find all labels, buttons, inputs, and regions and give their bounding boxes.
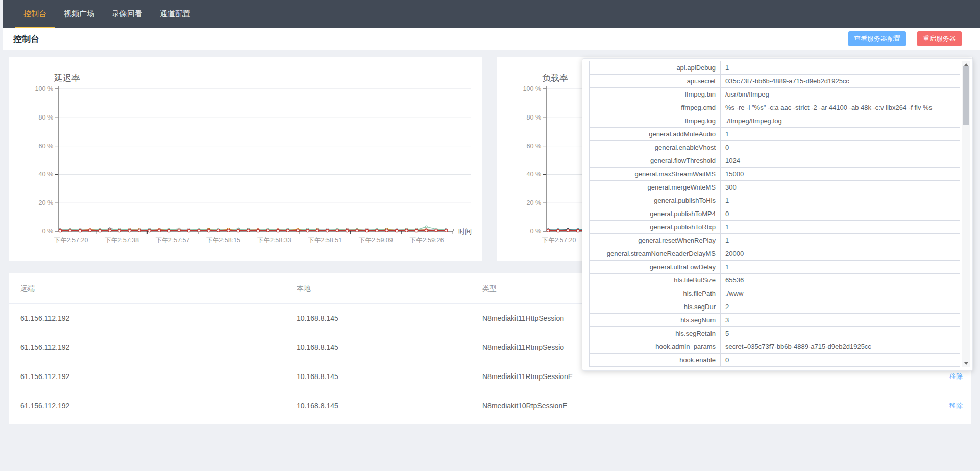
config-value: ./www [721,287,960,300]
config-row: general.addMuteAudio1 [590,128,960,141]
svg-text:60 %: 60 % [39,143,54,150]
config-row: general.streamNoneReaderDelayMS20000 [590,247,960,261]
restart-server-button[interactable]: 重启服务器 [917,31,962,46]
latency-chart: 延迟率100 %80 %60 %40 %20 %0 %下午2:57:20下午2:… [9,57,482,261]
nav-tab-1[interactable]: 控制台 [15,0,55,28]
svg-text:下午2:59:26: 下午2:59:26 [410,237,444,244]
page-title: 控制台 [13,33,39,45]
server-config-list: api.apiDebug1api.secret035c73f7-bb6b-488… [589,61,960,367]
config-value: 0 [721,354,960,366]
svg-text:下午2:57:20: 下午2:57:20 [542,237,576,244]
cell-action: 移除 [890,372,971,381]
config-value: 1 [721,261,960,273]
page-header: 控制台 查看服务器配置 重启服务器 [3,28,980,50]
config-key: hls.segDur [590,300,721,313]
cell-remote: 61.156.112.192 [9,343,297,351]
nav-tab-2[interactable]: 视频广场 [55,0,103,28]
config-key: hook.admin_params [590,340,721,353]
svg-text:20 %: 20 % [39,199,54,206]
nav-tab-4[interactable]: 通道配置 [151,0,199,28]
top-navbar: 控制台视频广场录像回看通道配置 [3,0,980,28]
cell-remote: 61.156.112.192 [9,402,297,410]
config-key: general.resetWhenRePlay [590,234,721,247]
svg-text:0 %: 0 % [530,228,541,235]
config-row: ffmpeg.cmd%s -re -i "%s" -c:a aac -stric… [590,101,960,114]
cell-local: 10.168.8.145 [297,402,482,410]
config-row: hls.segDur2 [590,300,960,314]
cell-action: 移除 [890,401,971,410]
server-config-popover: api.apiDebug1api.secret035c73f7-bb6b-488… [582,58,973,371]
svg-text:0 %: 0 % [42,228,53,235]
cell-local: 10.168.8.145 [297,343,482,351]
config-value [721,367,960,367]
column-header-remote: 远端 [9,284,297,293]
config-key: ffmpeg.cmd [590,101,721,114]
latency-chart-card: 延迟率100 %80 %60 %40 %20 %0 %下午2:57:20下午2:… [9,57,482,261]
config-key: general.addMuteAudio [590,128,721,140]
config-row: general.flowThreshold1024 [590,154,960,168]
config-row: api.secret035c73f7-bb6b-4889-a715-d9eb2d… [590,75,960,88]
config-key: ffmpeg.log [590,114,721,127]
cell-local: 10.168.8.145 [297,314,482,322]
svg-text:下午2:58:33: 下午2:58:33 [257,237,291,244]
config-value: 3 [721,314,960,326]
config-row: general.publishToRtxp1 [590,221,960,234]
svg-text:60 %: 60 % [527,143,542,150]
config-key [590,367,721,367]
svg-text:40 %: 40 % [527,171,542,178]
svg-text:下午2:59:09: 下午2:59:09 [359,237,393,244]
config-row [590,367,960,367]
cell-type: N8mediakit11RtmpSessionE [482,372,890,381]
cell-remote: 61.156.112.192 [9,314,297,322]
svg-text:下午2:58:51: 下午2:58:51 [308,237,342,244]
config-row: ffmpeg.bin/usr/bin/ffmpeg [590,88,960,101]
svg-text:下午2:58:15: 下午2:58:15 [206,237,240,244]
config-key: general.publishToMP4 [590,207,721,220]
config-row: general.enableVhost0 [590,141,960,154]
config-row: api.apiDebug1 [590,61,960,75]
config-key: hook.enable [590,354,721,366]
svg-text:100 %: 100 % [35,85,53,92]
config-value: 1024 [721,154,960,167]
remove-link[interactable]: 移除 [949,402,963,409]
config-value: secret=035c73f7-bb6b-4889-a715-d9eb2d192… [721,340,960,353]
svg-text:40 %: 40 % [39,171,54,178]
config-value: 20000 [721,247,960,260]
config-key: ffmpeg.bin [590,88,721,101]
config-row: hls.segNum3 [590,314,960,327]
config-value: 300 [721,181,960,194]
config-scrollbar[interactable] [962,61,970,367]
config-value: 5 [721,327,960,340]
config-row: general.mergeWriteMS300 [590,181,960,194]
config-row: hook.enable0 [590,354,960,367]
config-value: 1 [721,61,960,74]
config-value: 2 [721,300,960,313]
config-key: general.enableVhost [590,141,721,154]
config-row: general.publishToHls1 [590,194,960,207]
config-key: hls.filePath [590,287,721,300]
config-value: 0 [721,207,960,220]
config-key: general.ultraLowDelay [590,261,721,273]
svg-text:80 %: 80 % [39,114,54,121]
config-row: general.publishToMP40 [590,207,960,221]
config-key: general.streamNoneReaderDelayMS [590,247,721,260]
cell-type: N8mediakit10RtpSessionE [482,402,890,410]
config-key: hls.segRetain [590,327,721,340]
table-row: 61.156.112.19210.168.8.145N8mediakit10Rt… [9,391,971,420]
scrollbar-thumb[interactable] [963,66,969,125]
view-server-config-button[interactable]: 查看服务器配置 [848,31,906,46]
config-value: 0 [721,141,960,154]
config-key: general.flowThreshold [590,154,721,167]
config-key: general.maxStreamWaitMS [590,168,721,180]
svg-text:下午2:57:57: 下午2:57:57 [156,237,190,244]
config-row: hls.segRetain5 [590,327,960,340]
config-value: ./ffmpeg/ffmpeg.log [721,114,960,127]
nav-tab-3[interactable]: 录像回看 [103,0,151,28]
scrollbar-down-arrow-icon[interactable] [962,360,970,367]
config-key: api.secret [590,75,721,87]
config-row: general.ultraLowDelay1 [590,261,960,274]
svg-text:下午2:57:20: 下午2:57:20 [54,237,88,244]
config-key: general.publishToRtxp [590,221,721,233]
remove-link[interactable]: 移除 [949,372,963,380]
config-key: api.apiDebug [590,61,721,74]
